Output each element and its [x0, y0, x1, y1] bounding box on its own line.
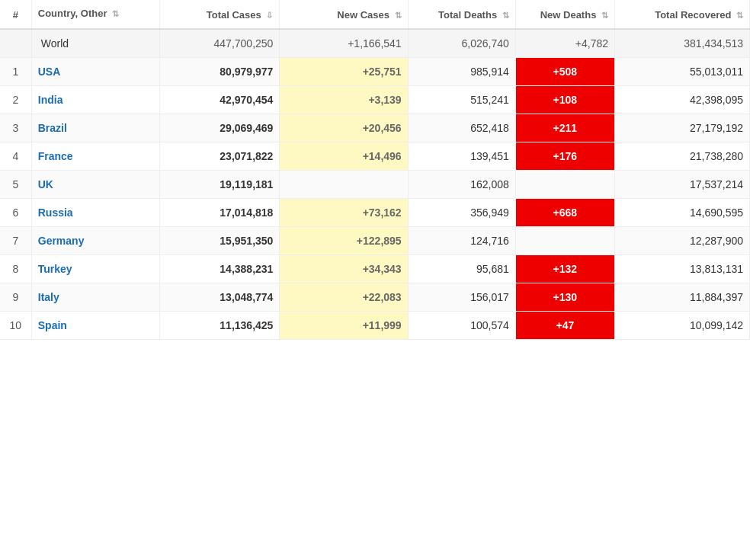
world-new-deaths: +4,782	[515, 29, 614, 58]
country-link[interactable]: Russia	[38, 206, 73, 219]
table-row: 3 Brazil 29,069,469 +20,456 652,418 +211…	[0, 114, 750, 142]
cell-new-deaths: +211	[515, 114, 614, 142]
cell-total-recovered: 17,537,214	[615, 170, 750, 198]
country-link[interactable]: Germany	[38, 235, 85, 247]
cell-total-cases: 80,979,977	[160, 57, 280, 85]
cell-new-deaths: +47	[515, 311, 614, 339]
cell-total-deaths: 156,017	[408, 283, 515, 311]
world-total-recovered: 381,434,513	[615, 29, 750, 58]
cell-total-recovered: 21,738,280	[615, 142, 750, 170]
header-total-recovered: Total Recovered ⇅	[615, 0, 750, 29]
cell-total-recovered: 27,179,192	[615, 114, 750, 142]
cell-new-deaths: +508	[515, 57, 614, 85]
cell-new-cases: +20,456	[280, 114, 408, 142]
world-row: World 447,700,250 +1,166,541 6,026,740 +…	[0, 29, 750, 58]
cell-new-deaths: +108	[515, 85, 614, 114]
country-link[interactable]: USA	[38, 66, 61, 78]
cell-country: Turkey	[31, 254, 159, 283]
table-row: 6 Russia 17,014,818 +73,162 356,949 +668…	[0, 198, 750, 226]
cell-new-cases: +25,751	[280, 57, 408, 85]
covid-table: # Country, Other ⇅ Total Cases ⇩ New Cas…	[0, 0, 750, 340]
cell-new-cases: +3,139	[280, 85, 408, 114]
cell-country: Germany	[31, 226, 159, 254]
cell-total-recovered: 10,099,142	[615, 311, 750, 339]
cell-total-cases: 15,951,350	[160, 226, 280, 254]
country-link[interactable]: India	[38, 94, 63, 106]
table-row: 4 France 23,071,822 +14,496 139,451 +176…	[0, 142, 750, 170]
cell-new-cases: +122,895	[280, 226, 408, 254]
cell-country: France	[31, 142, 159, 170]
cell-total-cases: 17,014,818	[160, 198, 280, 226]
table-row: 2 India 42,970,454 +3,139 515,241 +108 4…	[0, 85, 750, 114]
cell-new-deaths	[515, 170, 614, 198]
cell-new-cases: +14,496	[280, 142, 408, 170]
cell-rank: 7	[0, 226, 31, 254]
table-row: 7 Germany 15,951,350 +122,895 124,716 12…	[0, 226, 750, 254]
table-header: # Country, Other ⇅ Total Cases ⇩ New Cas…	[0, 0, 750, 29]
cell-total-cases: 29,069,469	[160, 114, 280, 142]
country-link[interactable]: Turkey	[38, 263, 72, 275]
sort-icon-total-cases[interactable]: ⇩	[266, 11, 273, 20]
cell-total-recovered: 11,884,397	[615, 283, 750, 311]
cell-total-cases: 11,136,425	[160, 311, 280, 339]
cell-country: UK	[31, 170, 159, 198]
cell-new-deaths: +130	[515, 283, 614, 311]
cell-total-deaths: 124,716	[408, 226, 515, 254]
cell-country: India	[31, 85, 159, 114]
country-link[interactable]: Spain	[38, 319, 67, 331]
cell-new-cases	[280, 170, 408, 198]
table-row: 10 Spain 11,136,425 +11,999 100,574 +47 …	[0, 311, 750, 339]
sort-icon-new-deaths[interactable]: ⇅	[601, 11, 608, 20]
header-rank: #	[0, 0, 31, 29]
cell-rank: 4	[0, 142, 31, 170]
cell-rank: 6	[0, 198, 31, 226]
country-link[interactable]: France	[38, 150, 73, 162]
cell-new-deaths: +668	[515, 198, 614, 226]
header-total-cases: Total Cases ⇩	[160, 0, 280, 29]
world-total-deaths: 6,026,740	[408, 29, 515, 58]
header-new-deaths: New Deaths ⇅	[515, 0, 614, 29]
country-link[interactable]: UK	[38, 178, 53, 190]
cell-total-deaths: 139,451	[408, 142, 515, 170]
table-row: 1 USA 80,979,977 +25,751 985,914 +508 55…	[0, 57, 750, 85]
sort-icon-total-recovered[interactable]: ⇅	[736, 11, 743, 20]
cell-total-cases: 14,388,231	[160, 254, 280, 283]
cell-new-deaths: +132	[515, 254, 614, 283]
cell-total-recovered: 55,013,011	[615, 57, 750, 85]
country-link[interactable]: Italy	[38, 291, 59, 303]
cell-total-cases: 19,119,181	[160, 170, 280, 198]
cell-country: Brazil	[31, 114, 159, 142]
cell-total-recovered: 42,398,095	[615, 85, 750, 114]
cell-rank: 1	[0, 57, 31, 85]
cell-total-cases: 42,970,454	[160, 85, 280, 114]
cell-total-deaths: 985,914	[408, 57, 515, 85]
cell-total-cases: 23,071,822	[160, 142, 280, 170]
cell-total-deaths: 162,008	[408, 170, 515, 198]
cell-total-deaths: 100,574	[408, 311, 515, 339]
cell-rank: 2	[0, 85, 31, 114]
cell-rank: 3	[0, 114, 31, 142]
country-link[interactable]: Brazil	[38, 122, 67, 134]
table-row: 9 Italy 13,048,774 +22,083 156,017 +130 …	[0, 283, 750, 311]
cell-country: Italy	[31, 283, 159, 311]
cell-total-deaths: 652,418	[408, 114, 515, 142]
cell-total-recovered: 12,287,900	[615, 226, 750, 254]
cell-new-cases: +22,083	[280, 283, 408, 311]
sort-icon-country[interactable]: ⇅	[112, 9, 119, 18]
cell-total-recovered: 14,690,595	[615, 198, 750, 226]
sort-icon-new-cases[interactable]: ⇅	[395, 11, 402, 20]
cell-total-recovered: 13,813,131	[615, 254, 750, 283]
cell-new-deaths: +176	[515, 142, 614, 170]
table-row: 5 UK 19,119,181 162,008 17,537,214	[0, 170, 750, 198]
header-total-deaths: Total Deaths ⇅	[408, 0, 515, 29]
world-total-cases: 447,700,250	[160, 29, 280, 58]
cell-rank: 5	[0, 170, 31, 198]
cell-country: USA	[31, 57, 159, 85]
cell-new-deaths	[515, 226, 614, 254]
world-new-cases: +1,166,541	[280, 29, 408, 58]
cell-country: Spain	[31, 311, 159, 339]
sort-icon-total-deaths[interactable]: ⇅	[502, 11, 509, 20]
world-rank	[0, 29, 31, 58]
cell-new-cases: +11,999	[280, 311, 408, 339]
cell-total-cases: 13,048,774	[160, 283, 280, 311]
